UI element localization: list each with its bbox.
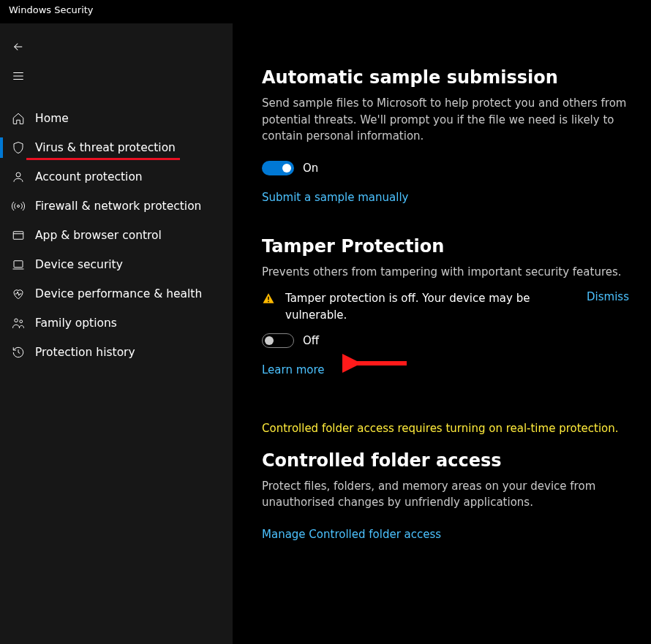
main-container: Home Virus & threat protection Account p… [0,23,651,644]
toggle-tamper-protection[interactable] [262,333,294,348]
section-tamper-protection: Tamper Protection Prevents others from t… [262,236,629,377]
toggle-sample-submission[interactable] [262,161,294,175]
toggle-row-tamper: Off [262,333,629,348]
arrow-left-icon [12,40,25,53]
toggle-label: Off [303,334,319,347]
annotation-underline [26,158,180,160]
toggle-label: On [303,162,318,175]
history-icon [12,346,25,359]
sidebar-item-firewall[interactable]: Firewall & network protection [0,192,233,221]
chip-icon [12,258,25,271]
sidebar-item-label: Virus & threat protection [35,141,176,154]
section-description: Send sample files to Microsoft to help p… [262,95,629,145]
sidebar-item-history[interactable]: Protection history [0,338,233,367]
sidebar-item-label: Protection history [35,346,135,359]
sidebar-item-label: Firewall & network protection [35,200,201,213]
family-icon [12,317,25,330]
sidebar-item-device-security[interactable]: Device security [0,250,233,279]
section-heading: Automatic sample submission [262,67,629,88]
link-dismiss-warning[interactable]: Dismiss [587,290,629,303]
link-learn-more-tamper[interactable]: Learn more [262,363,325,376]
sidebar: Home Virus & threat protection Account p… [0,23,233,644]
nav-list: Home Virus & threat protection Account p… [0,104,233,367]
section-description: Prevents others from tampering with impo… [262,264,629,281]
sidebar-item-label: Account protection [35,170,143,183]
warning-triangle-icon [262,292,276,306]
toggle-knob [282,164,291,173]
back-button[interactable] [0,32,35,61]
sidebar-item-label: Device security [35,258,123,271]
shield-icon [12,141,25,154]
home-icon [12,112,25,125]
link-submit-sample[interactable]: Submit a sample manually [262,191,408,204]
section-heading: Controlled folder access [262,450,629,471]
svg-point-0 [16,173,20,177]
cfa-requirement-note: Controlled folder access requires turnin… [262,420,629,437]
annotation-arrow [342,352,408,374]
warning-row: Tamper protection is off. Your device ma… [262,290,629,323]
svg-point-1 [18,205,20,208]
sidebar-item-family[interactable]: Family options [0,308,233,338]
warning-text: Tamper protection is off. Your device ma… [285,290,579,323]
svg-rect-7 [268,301,269,303]
section-description: Protect files, folders, and memory areas… [262,478,629,511]
link-manage-cfa[interactable]: Manage Controlled folder access [262,528,441,541]
sidebar-item-label: App & browser control [35,229,162,242]
svg-rect-6 [268,297,269,300]
window-title: Windows Security [9,4,94,15]
sidebar-item-home[interactable]: Home [0,104,233,133]
svg-rect-2 [13,232,23,240]
window-titlebar: Windows Security [0,0,651,23]
sidebar-item-account[interactable]: Account protection [0,162,233,192]
section-sample-submission: Automatic sample submission Send sample … [262,67,629,204]
heart-pulse-icon [12,287,25,300]
svg-point-5 [20,320,23,323]
sidebar-item-label: Home [35,112,69,125]
toggle-knob [265,336,274,345]
section-controlled-folder-access: Controlled folder access requires turnin… [262,420,629,541]
window-icon [12,229,25,242]
antenna-icon [12,200,25,213]
sidebar-item-label: Device performance & health [35,287,202,300]
sidebar-item-app-browser[interactable]: App & browser control [0,221,233,250]
content-pane: Automatic sample submission Send sample … [233,23,651,644]
toggle-row-sample: On [262,161,629,175]
svg-point-4 [15,319,18,322]
svg-rect-3 [14,261,23,268]
sidebar-item-performance[interactable]: Device performance & health [0,279,233,308]
hamburger-icon [12,69,25,83]
sidebar-item-label: Family options [35,317,117,330]
hamburger-button[interactable] [0,61,35,91]
account-icon [12,170,25,183]
sidebar-item-virus-threat[interactable]: Virus & threat protection [0,133,233,162]
section-heading: Tamper Protection [262,236,629,257]
